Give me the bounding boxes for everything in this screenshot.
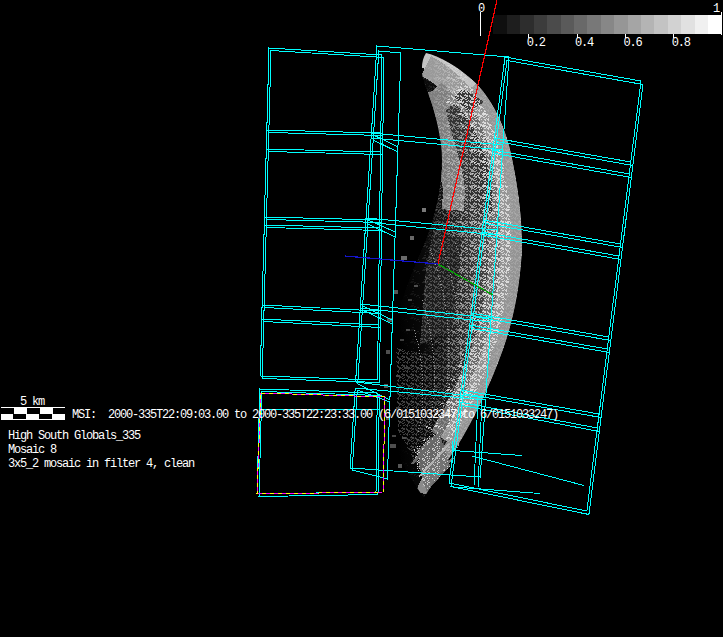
svg-text:0.2: 0.2 — [527, 36, 546, 50]
svg-text:0.6: 0.6 — [623, 36, 642, 50]
svg-text:3x5_2 mosaic in filter 4, clea: 3x5_2 mosaic in filter 4, clean — [8, 457, 195, 471]
svg-text:5 km: 5 km — [20, 395, 45, 409]
svg-text:1: 1 — [713, 2, 720, 16]
svg-text:MSI: 2000-335T22:09:03.00 to: MSI: 2000-335T22:09:03.00 to 2000-335T22… — [72, 408, 558, 422]
svg-text:0.8: 0.8 — [672, 36, 691, 50]
svg-text:Mosaic 8: Mosaic 8 — [8, 443, 57, 457]
svg-text:0.4: 0.4 — [575, 36, 594, 50]
svg-text:High South Globals_335: High South Globals_335 — [8, 429, 141, 443]
svg-text:0: 0 — [478, 2, 485, 16]
